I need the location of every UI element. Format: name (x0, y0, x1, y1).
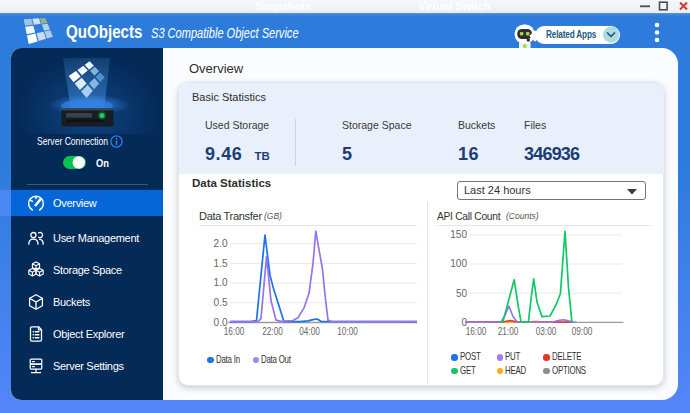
svg-text:100: 100 (450, 258, 467, 269)
svg-text:22:00: 22:00 (262, 326, 283, 337)
svg-text:03:00: 03:00 (536, 326, 557, 337)
svg-text:1.5: 1.5 (214, 258, 228, 269)
svg-text:0.5: 0.5 (214, 297, 228, 308)
svg-text:16:00: 16:00 (466, 326, 487, 337)
svg-text:04:00: 04:00 (299, 326, 320, 337)
svg-text:09:00: 09:00 (572, 326, 593, 337)
svg-text:1.0: 1.0 (214, 277, 228, 288)
svg-text:2.0: 2.0 (214, 238, 228, 249)
svg-text:10:00: 10:00 (337, 326, 358, 337)
svg-text:16:00: 16:00 (224, 326, 245, 337)
svg-text:150: 150 (450, 229, 467, 240)
svg-text:21:00: 21:00 (498, 326, 519, 337)
svg-text:50: 50 (456, 288, 468, 299)
